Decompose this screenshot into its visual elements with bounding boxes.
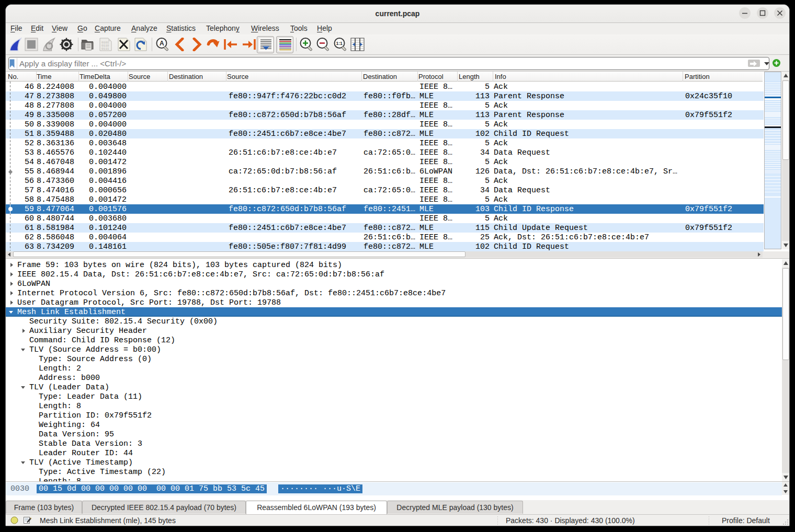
svg-text:0111: 0111 (101, 47, 109, 51)
svg-text:1:1: 1:1 (336, 41, 343, 46)
svg-text:A: A (160, 40, 164, 47)
